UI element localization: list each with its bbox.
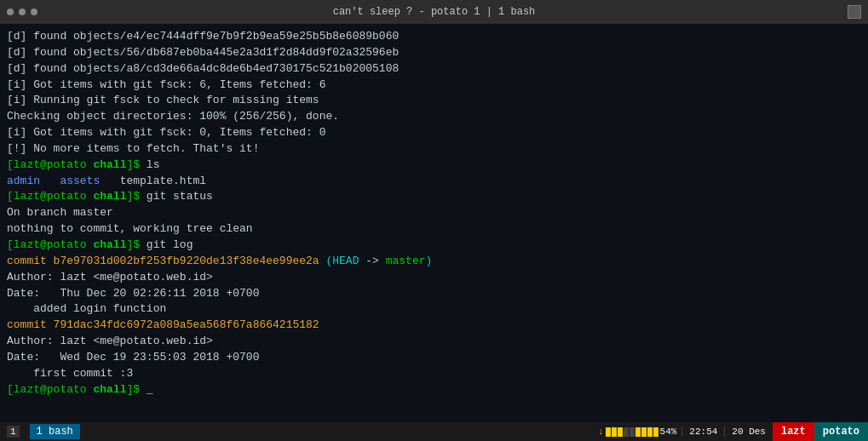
terminal-line: commit b7e97031d002bf253fb9220de13f38e4e… — [7, 254, 861, 270]
bar-seg-5 — [629, 427, 635, 437]
battery-arrow-icon: ↓ — [598, 427, 604, 437]
battery-bar — [606, 427, 658, 437]
terminal-line: [d] found objects/e4/ec7444dff9e7b9f2b9e… — [7, 29, 861, 45]
bar-seg-2 — [612, 427, 617, 437]
terminal-line: [i] Got items with git fsck: 6, Items fe… — [7, 77, 861, 94]
titlebar: can't sleep ? - potato 1 | 1 bash — [0, 0, 868, 24]
terminal-line: [lazt@potato chall]$ git log — [7, 238, 861, 254]
terminal-line: Author: lazt <me@potato.web.id> — [7, 334, 861, 350]
terminal-output[interactable]: [d] found objects/e4/ec7444dff9e7b9f2b9e… — [0, 24, 868, 422]
terminal-line: On branch master — [7, 205, 861, 221]
terminal-line: Author: lazt <me@potato.web.id> — [7, 270, 861, 286]
terminal-line: added login function — [7, 301, 861, 318]
terminal-line: [i] Got items with git fsck: 0, Items fe… — [7, 125, 861, 141]
bar-seg-3 — [618, 427, 623, 437]
statusbar: 1 1 bash ↓ 54% 22:54 20 Des lazt potato — [0, 422, 868, 441]
hostname-badge: potato — [814, 422, 868, 441]
tab-number: 1 — [0, 422, 30, 441]
terminal-line: Date: Thu Dec 20 02:26:11 2018 +0700 — [7, 286, 861, 302]
terminal-line: first commit :3 — [7, 366, 861, 382]
terminal-line: Checking object directories: 100% (256/2… — [7, 109, 861, 125]
tab-active[interactable]: 1 bash — [30, 424, 80, 439]
terminal-line: nothing to commit, working tree clean — [7, 221, 861, 238]
username-badge: lazt — [773, 422, 814, 441]
terminal-line: [lazt@potato chall]$ _ — [7, 382, 861, 398]
titlebar-icon — [848, 5, 861, 19]
bar-seg-6 — [635, 427, 641, 437]
battery-indicator: ↓ 54% — [593, 427, 681, 437]
terminal-line: [lazt@potato chall]$ ls — [7, 158, 861, 174]
clock: 22:54 — [681, 427, 724, 437]
bar-seg-9 — [653, 427, 658, 437]
tab-num-badge: 1 — [7, 426, 20, 438]
window-title: can't sleep ? - potato 1 | 1 bash — [333, 6, 536, 18]
terminal-line: commit 791dac34fdc6972a089a5ea568f67a866… — [7, 318, 861, 334]
terminal-line: [i] Running git fsck to check for missin… — [7, 93, 861, 109]
titlebar-dot-1 — [7, 9, 14, 15]
bar-seg-1 — [606, 427, 611, 437]
titlebar-controls — [7, 9, 37, 15]
statusbar-right: ↓ 54% 22:54 20 Des lazt potato — [593, 422, 868, 441]
titlebar-dot-3 — [31, 9, 37, 15]
titlebar-dot-2 — [19, 9, 26, 15]
bar-seg-4 — [624, 427, 629, 437]
bar-seg-7 — [641, 427, 647, 437]
battery-pct-label: 54% — [660, 427, 677, 437]
bar-seg-8 — [647, 427, 652, 437]
terminal-line: admin assets template.html — [7, 174, 861, 190]
terminal-line: [d] found objects/a8/cd3de66a4dc8de6b4ed… — [7, 61, 861, 77]
terminal-line: [d] found objects/56/db687eb0ba445e2a3d1… — [7, 45, 861, 61]
date-display: 20 Des — [724, 427, 773, 437]
terminal-line: [!] No more items to fetch. That's it! — [7, 141, 861, 158]
terminal-line: [lazt@potato chall]$ git status — [7, 189, 861, 205]
terminal-line: Date: Wed Dec 19 23:55:03 2018 +0700 — [7, 350, 861, 366]
